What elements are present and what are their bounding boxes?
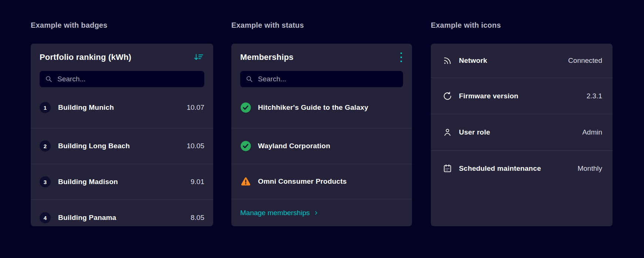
card-title: Memberships [240, 52, 294, 62]
info-value: 2.3.1 [587, 92, 602, 100]
membership-row: Hitchhiker's Guide to the Galaxy [231, 87, 412, 128]
building-value: 10.07 [187, 103, 204, 112]
info-row: Firmware version 2.3.1 [431, 78, 613, 114]
membership-name: Wayland Corporation [258, 142, 330, 150]
info-value: Connected [568, 57, 602, 65]
info-row: Network Connected [431, 44, 613, 78]
device-info-card: Network Connected Firmware version 2.3.1 [431, 44, 613, 226]
section-heading: Example with badges [31, 21, 213, 30]
search-input[interactable] [57, 75, 199, 83]
calendar-icon [443, 164, 452, 173]
manage-memberships-link[interactable]: Manage memberships [240, 209, 319, 217]
card-footer: Manage memberships [231, 199, 412, 226]
firmware-refresh-icon [443, 91, 452, 101]
building-value: 8.05 [191, 214, 204, 222]
membership-name: Omni Consumer Products [258, 177, 347, 186]
section-status: Example with status Memberships [231, 21, 412, 226]
sort-button[interactable] [193, 52, 204, 62]
info-label: Network [459, 57, 487, 65]
sort-descending-icon [194, 53, 204, 61]
info-row: User role Admin [431, 114, 613, 150]
warning-triangle-icon [240, 176, 251, 187]
search-icon [245, 75, 254, 83]
building-value: 10.05 [187, 142, 204, 150]
building-name: Building Madison [58, 178, 118, 186]
search-box [240, 71, 403, 87]
info-value: Monthly [577, 164, 602, 173]
card-title: Portfolio ranking (kWh) [40, 52, 131, 62]
info-label: Firmware version [459, 92, 519, 100]
building-name: Building Panama [58, 214, 116, 222]
membership-name: Hitchhiker's Guide to the Galaxy [258, 103, 368, 112]
section-icons: Example with icons Network Connected [431, 21, 613, 226]
portfolio-ranking-card: Portfolio ranking (kWh) [31, 44, 213, 226]
section-heading: Example with icons [431, 21, 613, 30]
rank-badge: 4 [40, 212, 51, 223]
rank-badge: 3 [40, 176, 51, 187]
membership-row: Wayland Corporation [231, 128, 412, 164]
success-check-icon [240, 102, 251, 113]
building-name: Building Long Beach [58, 142, 130, 150]
info-list: Network Connected Firmware version 2.3.1 [431, 44, 613, 187]
kebab-menu-icon [400, 52, 402, 62]
building-value: 9.01 [191, 178, 204, 186]
ranking-row: 1 Building Munich 10.07 [31, 87, 213, 128]
section-heading: Example with status [231, 21, 412, 30]
ranking-row: 3 Building Madison 9.01 [31, 164, 213, 200]
info-label: User role [459, 128, 490, 136]
link-label: Manage memberships [240, 209, 310, 217]
membership-row: Omni Consumer Products [231, 164, 412, 199]
building-name: Building Munich [58, 103, 114, 112]
info-label: Scheduled maintenance [459, 164, 541, 173]
card-header: Memberships [231, 44, 412, 71]
memberships-card: Memberships [231, 44, 412, 226]
rank-badge: 2 [40, 140, 51, 152]
network-icon [443, 56, 452, 65]
ranking-row: 4 Building Panama 8.05 [31, 200, 213, 226]
membership-list: Hitchhiker's Guide to the Galaxy Wayland… [231, 87, 412, 199]
ranking-row: 2 Building Long Beach 10.05 [31, 128, 213, 164]
info-value: Admin [582, 128, 602, 136]
section-badges: Example with badges Portfolio ranking (k… [31, 21, 213, 226]
info-row: Scheduled maintenance Monthly [431, 150, 613, 187]
ranking-list: 1 Building Munich 10.07 2 Building Long … [31, 87, 213, 226]
search-box [40, 71, 204, 87]
card-header: Portfolio ranking (kWh) [31, 44, 213, 71]
search-input[interactable] [258, 75, 398, 83]
user-icon [443, 128, 452, 137]
chevron-right-icon [313, 210, 319, 215]
kebab-menu-button[interactable] [399, 51, 403, 63]
search-icon [45, 75, 53, 83]
success-check-icon [240, 140, 251, 152]
rank-badge: 1 [40, 102, 51, 113]
